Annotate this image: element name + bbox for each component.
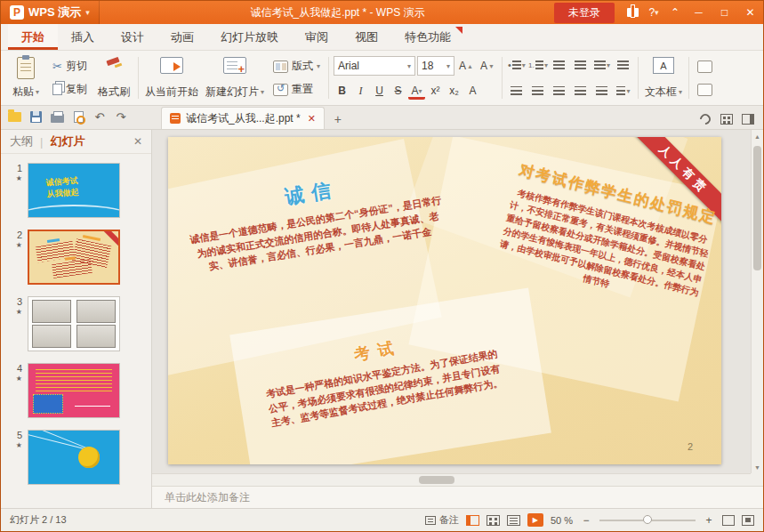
slide-canvas[interactable]: 人人有责 诚信 诚信是一个道德范畴，是公民的第二个“身份证”，是日常行为的诚实和… bbox=[168, 137, 721, 464]
normal-view-button[interactable] bbox=[466, 515, 479, 526]
slides-tab[interactable]: 幻灯片 bbox=[50, 133, 84, 149]
font-color-button[interactable]: A▾ bbox=[408, 85, 425, 100]
print-preview-button[interactable] bbox=[68, 108, 88, 127]
strikethrough-button[interactable]: S bbox=[390, 82, 406, 100]
increase-indent-button[interactable] bbox=[571, 56, 591, 74]
superscript-button[interactable]: x² bbox=[427, 82, 444, 100]
scroll-down-icon[interactable]: ▼ bbox=[752, 461, 763, 473]
increase-font-button[interactable]: A▲ bbox=[456, 57, 476, 75]
print-button[interactable] bbox=[47, 108, 67, 127]
reset-button[interactable]: 重置 bbox=[268, 78, 326, 101]
line-spacing-button[interactable]: ▾ bbox=[592, 56, 612, 74]
play-slideshow-button[interactable]: ▶ bbox=[527, 513, 543, 527]
workspace-button[interactable] bbox=[717, 109, 736, 129]
notes-toggle-button[interactable]: 备注 bbox=[425, 513, 459, 527]
tab-review[interactable]: 审阅 bbox=[292, 24, 342, 50]
tools-button[interactable] bbox=[696, 109, 715, 129]
text-box-button[interactable]: A 文本框▾ bbox=[641, 53, 686, 102]
close-icon: ✕ bbox=[745, 6, 754, 19]
zoom-slider[interactable] bbox=[599, 520, 696, 521]
text-direction-button[interactable] bbox=[614, 56, 633, 74]
close-tab-icon[interactable]: ✕ bbox=[308, 113, 316, 125]
play-from-current-button[interactable]: 从当前开始 bbox=[141, 53, 202, 102]
slide-page-number: 2 bbox=[688, 441, 693, 452]
close-button[interactable]: ✕ bbox=[737, 1, 763, 24]
tab-design[interactable]: 设计 bbox=[108, 24, 157, 50]
slide-1-thumbnail[interactable]: 诚信考试从我做起 bbox=[28, 163, 120, 218]
maximize-button[interactable]: □ bbox=[712, 1, 737, 24]
collapse-ribbon-button[interactable]: ⌃ bbox=[664, 1, 686, 24]
slide-3-thumbnail[interactable] bbox=[28, 296, 120, 351]
columns-button[interactable]: ▾ bbox=[614, 82, 633, 100]
align-center-button[interactable] bbox=[528, 82, 548, 100]
slide-number: 5 bbox=[17, 430, 22, 440]
align-right-button[interactable] bbox=[550, 82, 569, 100]
fit-to-window-button[interactable] bbox=[722, 515, 735, 526]
tab-home[interactable]: 开始 bbox=[8, 24, 58, 50]
redo-button[interactable]: ↷ bbox=[111, 108, 131, 127]
cut-button[interactable]: ✂剪切 bbox=[47, 55, 92, 77]
slide-sorter-view-button[interactable] bbox=[487, 515, 500, 526]
font-name-select[interactable]: Arial▾ bbox=[334, 56, 415, 76]
vertical-scroll-thumb[interactable] bbox=[753, 146, 761, 270]
outline-tab[interactable]: 大纲 bbox=[10, 133, 33, 149]
tab-animation[interactable]: 动画 bbox=[157, 24, 207, 50]
slide-5-thumbnail[interactable] bbox=[28, 430, 120, 485]
paste-button[interactable]: 粘贴▾ bbox=[4, 53, 47, 102]
zoom-out-button[interactable]: − bbox=[580, 514, 592, 527]
distribute-button[interactable] bbox=[592, 82, 612, 100]
fullscreen-button[interactable] bbox=[742, 515, 754, 526]
task-pane-toggle-button[interactable] bbox=[738, 109, 758, 129]
promotion-button[interactable] bbox=[622, 1, 643, 24]
slide-4-thumbnail[interactable] bbox=[28, 363, 120, 418]
close-panel-icon[interactable]: ✕ bbox=[133, 135, 142, 148]
reading-view-button[interactable] bbox=[507, 515, 520, 526]
subscript-button[interactable]: x₂ bbox=[446, 82, 462, 100]
scroll-up-icon[interactable]: ▲ bbox=[752, 130, 763, 142]
slide-2-thumbnail-selected[interactable] bbox=[28, 230, 120, 285]
find-button[interactable] bbox=[692, 55, 718, 77]
side-panel-icon bbox=[742, 114, 754, 125]
horizontal-scrollbar[interactable] bbox=[152, 473, 751, 486]
minimize-button[interactable]: ─ bbox=[686, 1, 712, 24]
save-button[interactable] bbox=[26, 108, 45, 127]
thumb-title-line: 从我做起 bbox=[46, 186, 79, 199]
app-menu-button[interactable]: P WPS 演示 ▾ bbox=[1, 1, 100, 24]
clear-format-button[interactable]: A bbox=[464, 82, 481, 100]
tab-insert[interactable]: 插入 bbox=[58, 24, 108, 50]
layout-button[interactable]: 版式▾ bbox=[268, 55, 326, 77]
font-size-select[interactable]: 18▾ bbox=[417, 56, 454, 76]
slide-number: 4 bbox=[17, 363, 22, 374]
notes-input[interactable]: 单击此处添加备注 bbox=[152, 486, 763, 508]
justify-icon bbox=[575, 86, 586, 96]
open-button[interactable] bbox=[4, 108, 24, 127]
undo-button[interactable]: ↶ bbox=[90, 108, 109, 127]
new-slide-button[interactable]: 新建幻灯片▾ bbox=[202, 53, 268, 102]
tab-view[interactable]: 视图 bbox=[342, 24, 391, 50]
numbered-list-button[interactable]: 1.▾ bbox=[528, 56, 548, 74]
zoom-slider-thumb[interactable] bbox=[643, 515, 652, 524]
minus-icon: − bbox=[583, 514, 589, 527]
justify-button[interactable] bbox=[571, 82, 591, 100]
underline-button[interactable]: U bbox=[371, 82, 388, 100]
bold-button[interactable]: B bbox=[334, 82, 350, 100]
tab-special-features[interactable]: 特色功能 bbox=[391, 24, 464, 50]
select-button[interactable] bbox=[692, 78, 718, 101]
decrease-font-button[interactable]: A▼ bbox=[478, 57, 497, 75]
bullet-list-button[interactable]: •▾ bbox=[507, 56, 527, 74]
layout-icon bbox=[273, 60, 288, 73]
copy-button[interactable]: 复制 bbox=[47, 78, 92, 101]
help-button[interactable]: ?▾ bbox=[643, 1, 664, 24]
tab-slideshow[interactable]: 幻灯片放映 bbox=[207, 24, 292, 50]
italic-button[interactable]: I bbox=[352, 82, 369, 100]
align-center-icon bbox=[532, 86, 543, 96]
new-tab-button[interactable]: + bbox=[328, 109, 348, 129]
format-painter-button[interactable]: 格式刷 bbox=[92, 53, 135, 102]
horizontal-scroll-thumb[interactable] bbox=[419, 476, 454, 484]
login-button[interactable]: 未登录 bbox=[554, 3, 615, 23]
decrease-indent-button[interactable] bbox=[550, 56, 569, 74]
vertical-scrollbar[interactable]: ▲ ▼ bbox=[751, 130, 763, 473]
zoom-in-button[interactable]: + bbox=[703, 514, 715, 527]
document-tab[interactable]: 诚信考试_从我...起.ppt * ✕ bbox=[161, 107, 325, 129]
align-left-button[interactable] bbox=[507, 82, 527, 100]
